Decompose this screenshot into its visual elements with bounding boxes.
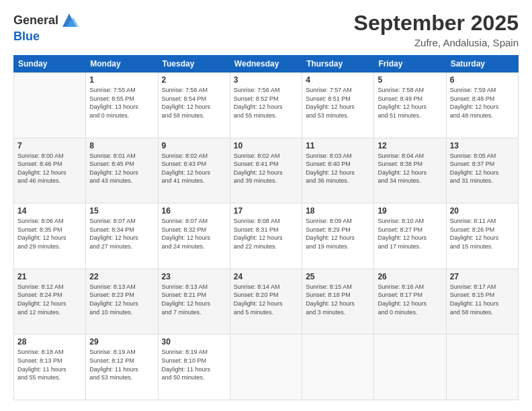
calendar-week-row: 14Sunrise: 8:06 AM Sunset: 8:35 PM Dayli… [14,203,519,269]
day-info: Sunrise: 8:12 AM Sunset: 8:24 PM Dayligh… [17,283,82,316]
day-number: 2 [162,75,226,85]
day-number: 5 [378,75,442,85]
day-number: 1 [89,75,154,85]
day-info: Sunrise: 8:11 AM Sunset: 8:26 PM Dayligh… [450,217,515,250]
calendar-cell: 25Sunrise: 8:15 AM Sunset: 8:18 PM Dayli… [302,269,374,334]
day-number: 19 [378,206,442,216]
page: General Blue September 2025 Zufre, Andal… [0,0,532,411]
day-number: 18 [306,206,370,216]
day-number: 15 [89,206,154,216]
calendar-cell [230,334,302,400]
calendar-cell: 15Sunrise: 8:07 AM Sunset: 8:34 PM Dayli… [86,203,158,269]
day-number: 9 [162,141,226,150]
day-number: 20 [450,206,515,216]
day-number: 14 [17,206,82,216]
day-info: Sunrise: 7:55 AM Sunset: 8:55 PM Dayligh… [89,86,154,120]
day-number: 6 [450,75,515,85]
calendar-week-row: 28Sunrise: 8:18 AM Sunset: 8:13 PM Dayli… [14,334,519,400]
day-info: Sunrise: 8:04 AM Sunset: 8:38 PM Dayligh… [378,152,442,185]
day-info: Sunrise: 8:06 AM Sunset: 8:35 PM Dayligh… [17,217,82,250]
calendar-cell: 26Sunrise: 8:16 AM Sunset: 8:17 PM Dayli… [374,269,446,334]
logo-icon [60,11,79,30]
day-info: Sunrise: 8:03 AM Sunset: 8:40 PM Dayligh… [306,152,370,185]
day-number: 24 [234,272,298,281]
day-info: Sunrise: 8:09 AM Sunset: 8:29 PM Dayligh… [306,217,370,250]
day-number: 4 [306,75,370,85]
logo-general-text: General [13,13,58,28]
calendar-cell: 8Sunrise: 8:01 AM Sunset: 8:45 PM Daylig… [86,138,158,203]
calendar-cell: 16Sunrise: 8:07 AM Sunset: 8:32 PM Dayli… [158,203,230,269]
calendar-day-header: Thursday [302,56,374,73]
day-info: Sunrise: 7:57 AM Sunset: 8:51 PM Dayligh… [306,86,370,120]
calendar-week-row: 7Sunrise: 8:00 AM Sunset: 8:46 PM Daylig… [14,138,519,203]
day-number: 12 [378,141,442,150]
calendar-cell: 19Sunrise: 8:10 AM Sunset: 8:27 PM Dayli… [374,203,446,269]
day-info: Sunrise: 8:00 AM Sunset: 8:46 PM Dayligh… [17,152,82,185]
calendar-cell: 29Sunrise: 8:19 AM Sunset: 8:12 PM Dayli… [86,334,158,400]
calendar-day-header: Sunday [14,56,86,73]
day-info: Sunrise: 7:59 AM Sunset: 8:48 PM Dayligh… [450,86,515,120]
calendar-day-header: Monday [86,56,158,73]
calendar-cell: 13Sunrise: 8:05 AM Sunset: 8:37 PM Dayli… [446,138,518,203]
day-number: 21 [17,272,82,281]
calendar-cell: 10Sunrise: 8:02 AM Sunset: 8:41 PM Dayli… [230,138,302,203]
calendar-cell [446,334,518,400]
day-info: Sunrise: 8:01 AM Sunset: 8:45 PM Dayligh… [89,152,154,185]
day-info: Sunrise: 8:08 AM Sunset: 8:31 PM Dayligh… [234,217,298,250]
calendar-cell [374,334,446,400]
calendar-title: September 2025 [354,11,519,36]
calendar-week-row: 21Sunrise: 8:12 AM Sunset: 8:24 PM Dayli… [14,269,519,334]
calendar-cell: 9Sunrise: 8:02 AM Sunset: 8:43 PM Daylig… [158,138,230,203]
calendar-cell [14,73,86,138]
day-info: Sunrise: 8:13 AM Sunset: 8:21 PM Dayligh… [162,283,226,316]
day-number: 10 [234,141,298,150]
calendar-day-header: Saturday [446,56,518,73]
day-info: Sunrise: 7:56 AM Sunset: 8:52 PM Dayligh… [234,86,298,120]
calendar-day-header: Friday [374,56,446,73]
calendar-cell: 7Sunrise: 8:00 AM Sunset: 8:46 PM Daylig… [14,138,86,203]
logo-blue-text: Blue [13,30,40,44]
calendar-cell: 21Sunrise: 8:12 AM Sunset: 8:24 PM Dayli… [14,269,86,334]
day-info: Sunrise: 8:19 AM Sunset: 8:10 PM Dayligh… [162,348,226,381]
calendar-cell: 27Sunrise: 8:17 AM Sunset: 8:15 PM Dayli… [446,269,518,334]
calendar-cell: 2Sunrise: 7:56 AM Sunset: 8:54 PM Daylig… [158,73,230,138]
day-number: 11 [306,141,370,150]
day-number: 22 [89,272,154,281]
calendar-cell: 20Sunrise: 8:11 AM Sunset: 8:26 PM Dayli… [446,203,518,269]
calendar-cell: 30Sunrise: 8:19 AM Sunset: 8:10 PM Dayli… [158,334,230,400]
calendar-table: SundayMondayTuesdayWednesdayThursdayFrid… [13,55,519,400]
calendar-cell: 22Sunrise: 8:13 AM Sunset: 8:23 PM Dayli… [86,269,158,334]
calendar-cell: 3Sunrise: 7:56 AM Sunset: 8:52 PM Daylig… [230,73,302,138]
day-info: Sunrise: 8:07 AM Sunset: 8:32 PM Dayligh… [162,217,226,250]
day-number: 7 [17,141,82,150]
day-info: Sunrise: 8:19 AM Sunset: 8:12 PM Dayligh… [89,348,154,381]
calendar-week-row: 1Sunrise: 7:55 AM Sunset: 8:55 PM Daylig… [14,73,519,138]
day-number: 30 [162,337,226,347]
day-info: Sunrise: 8:07 AM Sunset: 8:34 PM Dayligh… [89,217,154,250]
calendar-day-header: Tuesday [158,56,230,73]
day-number: 3 [234,75,298,85]
calendar-cell: 17Sunrise: 8:08 AM Sunset: 8:31 PM Dayli… [230,203,302,269]
calendar-cell [302,334,374,400]
title-block: September 2025 Zufre, Andalusia, Spain [354,11,519,48]
day-number: 25 [306,272,370,281]
calendar-day-header: Wednesday [230,56,302,73]
calendar-cell: 14Sunrise: 8:06 AM Sunset: 8:35 PM Dayli… [14,203,86,269]
day-number: 17 [234,206,298,216]
day-info: Sunrise: 8:18 AM Sunset: 8:13 PM Dayligh… [17,348,82,381]
day-number: 13 [450,141,515,150]
day-number: 29 [89,337,154,347]
logo: General Blue [13,11,79,44]
day-info: Sunrise: 8:15 AM Sunset: 8:18 PM Dayligh… [306,283,370,316]
calendar-cell: 24Sunrise: 8:14 AM Sunset: 8:20 PM Dayli… [230,269,302,334]
day-info: Sunrise: 8:02 AM Sunset: 8:43 PM Dayligh… [162,152,226,185]
day-info: Sunrise: 8:02 AM Sunset: 8:41 PM Dayligh… [234,152,298,185]
calendar-cell: 12Sunrise: 8:04 AM Sunset: 8:38 PM Dayli… [374,138,446,203]
calendar-cell: 5Sunrise: 7:58 AM Sunset: 8:49 PM Daylig… [374,73,446,138]
calendar-header-row: SundayMondayTuesdayWednesdayThursdayFrid… [14,56,519,73]
day-info: Sunrise: 7:58 AM Sunset: 8:49 PM Dayligh… [378,86,442,120]
day-number: 16 [162,206,226,216]
day-info: Sunrise: 8:05 AM Sunset: 8:37 PM Dayligh… [450,152,515,185]
day-info: Sunrise: 8:14 AM Sunset: 8:20 PM Dayligh… [234,283,298,316]
calendar-cell: 11Sunrise: 8:03 AM Sunset: 8:40 PM Dayli… [302,138,374,203]
